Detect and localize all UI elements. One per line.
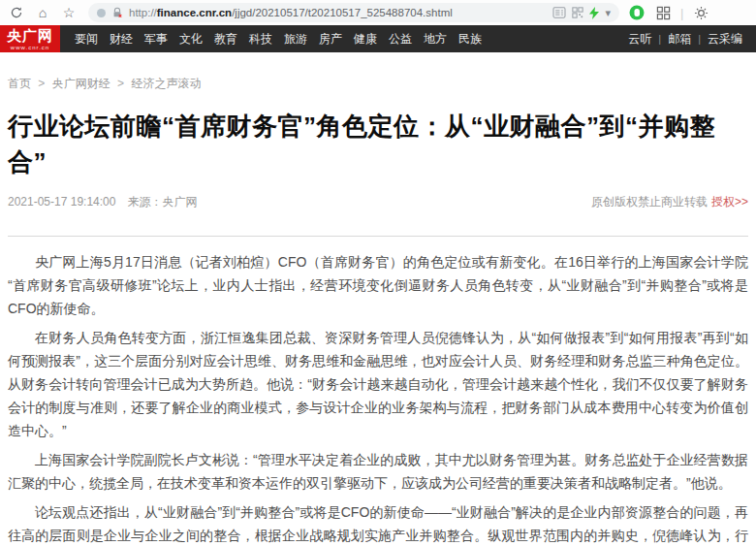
chevron-down-icon[interactable]: ▾ [605,7,611,19]
breadcrumb-separator: > [38,77,45,90]
toolbar-divider: | [680,6,683,20]
breadcrumb-section[interactable]: 经济之声滚动 [131,77,201,90]
reader-mode-icon[interactable] [552,7,566,18]
nav-link-separator: | [698,33,701,45]
nav-item-yaowen[interactable]: 要闻 [73,31,100,48]
nav-item-keji[interactable]: 科技 [247,31,274,48]
insecure-lock-icon[interactable] [111,7,123,18]
nav-link-separator: | [658,33,661,45]
paragraph: 央广网上海5月17日消息（记者刘柏煊）CFO（首席财务官）的角色定位或有新变化。… [8,250,748,320]
nav-item-fangchan[interactable]: 房产 [317,31,344,48]
publish-date: 2021-05-17 19:14:00 [8,195,115,209]
main-nav: 要闻 财经 军事 文化 教育 科技 旅游 房产 健康 公益 地方 民族 云听 |… [60,25,756,52]
nav-item-wenhua[interactable]: 文化 [177,31,205,48]
nav-item-minzu[interactable]: 民族 [457,31,484,48]
logo-text: 央广网 [0,28,60,43]
nav-item-difang[interactable]: 地方 [422,31,449,48]
article-meta: 2021-05-17 19:14:00 来源：央广网 原创版权禁止商业转载授权>… [8,194,748,210]
license-link[interactable]: 授权>> [711,195,748,209]
article-title: 行业论坛前瞻“首席财务官”角色定位：从“业财融合”到“并购整合” [8,109,748,180]
nav-item-gongyi[interactable]: 公益 [387,31,414,48]
bookmark-star-icon[interactable]: ☆ [60,4,78,21]
content-divider [8,236,748,237]
copyright-notice: 原创版权禁止商业转载授权>> [591,194,748,210]
breadcrumb: 首页 > 央广网财经 > 经济之声滚动 [8,76,748,92]
source-label: 来源：央广网 [127,194,197,210]
breadcrumb-home[interactable]: 首页 [8,77,31,90]
qr-code-icon[interactable] [572,7,583,18]
article: 行业论坛前瞻“首席财务官”角色定位：从“业财融合”到“并购整合” 2021-05… [0,109,756,546]
nav-item-junshi[interactable]: 军事 [142,31,170,48]
paragraph: 在财务人员角色转变方面，浙江恒逸集团总裁、资深财务管理人员倪德锋认为，从“如何做… [8,326,748,442]
nav-item-lvyou[interactable]: 旅游 [282,31,309,48]
refresh-icon[interactable] [8,4,25,21]
theme-sun-icon[interactable] [692,4,709,21]
breadcrumb-separator: > [117,77,124,90]
nav-link-yunting[interactable]: 云听 [628,31,651,48]
url-path: /jjgd/20210517/t20210517_525488704.shtml [232,7,453,18]
site-header: 央广网 www.cnr.cn 要闻 财经 军事 文化 教育 科技 旅游 房产 健… [0,25,756,52]
nav-right-links: 云听 | 邮箱 | 云采编 [628,31,742,48]
home-icon[interactable]: ⌂ [34,4,51,21]
url-text[interactable]: http://finance.cnr.cn/jjgd/20210517/t202… [129,7,547,18]
apps-grid-icon[interactable] [654,4,672,21]
nav-item-jiankang[interactable]: 健康 [352,31,379,48]
nav-item-jiaoyu[interactable]: 教育 [212,31,239,48]
nav-link-youxiang[interactable]: 邮箱 [668,31,691,48]
browser-toolbar: ⌂ ☆ http://finance.cnr.cn/jjgd/20210517/… [0,0,756,25]
url-scheme: http:// [129,7,157,18]
paragraph: 上海国家会计学院副院长卢文彬说：“管理水平决定着企业的成败，其中尤以财务管理为甚… [8,448,748,495]
url-domain: finance.cnr.cn [157,7,232,18]
breadcrumb-finance[interactable]: 央广网财经 [52,77,110,90]
cnr-logo[interactable]: 央广网 www.cnr.cn [0,25,60,52]
article-body: 央广网上海5月17日消息（记者刘柏煊）CFO（首席财务官）的角色定位或有新变化。… [8,250,748,546]
speed-bolt-icon[interactable] [589,7,599,19]
site-dot-icon [97,9,106,17]
nav-item-caijing[interactable]: 财经 [108,31,135,48]
paragraph: 论坛观点还指出，从“业财融合”到“并购整合”或将是CFO的新使命——“业财融合”… [8,500,748,546]
address-bar[interactable]: http://finance.cnr.cn/jjgd/20210517/t202… [88,3,619,22]
copyright-text: 原创版权禁止商业转载 [591,195,708,209]
nav-link-yuncaibian[interactable]: 云采编 [708,31,742,48]
logo-url: www.cnr.cn [0,45,60,50]
browser-logo-icon[interactable] [628,4,646,21]
